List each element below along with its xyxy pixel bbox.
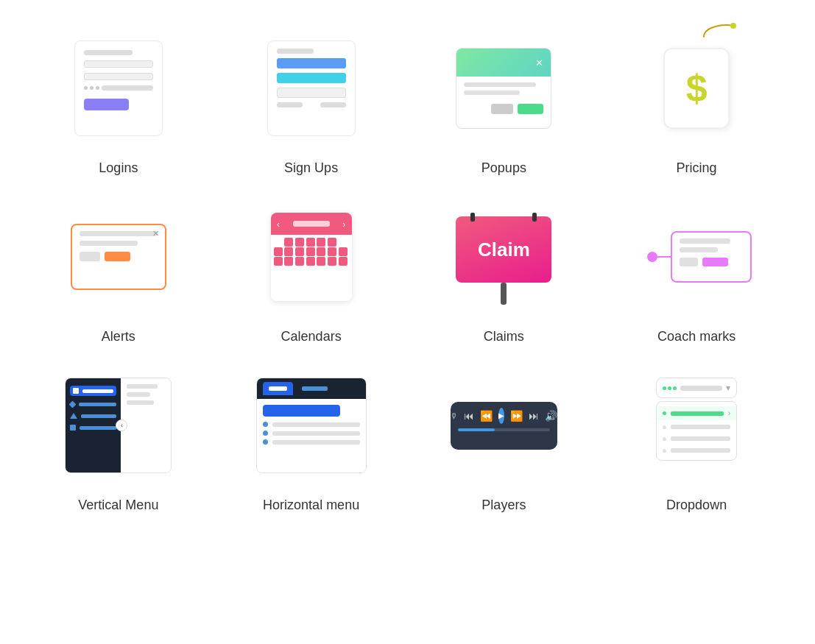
popups-label: Popups [481, 160, 526, 176]
card-popups[interactable]: ✕ Popups [415, 29, 593, 176]
calendars-icon: ‹ › [253, 198, 370, 316]
coach-dot [647, 252, 657, 262]
calendars-label: Calendars [281, 329, 342, 344]
signups-label: Sign Ups [284, 160, 338, 176]
dd-item-arrow-icon: › [728, 409, 730, 417]
card-logins[interactable]: Logins [29, 29, 208, 176]
coach-marks-icon [638, 198, 755, 316]
vertical-menu-label: Vertical Menu [78, 498, 158, 513]
category-grid: Logins Sign Ups [15, 15, 800, 528]
vol-icon: 🔊 [545, 410, 557, 422]
card-claims[interactable]: Claim Claims [415, 198, 593, 344]
pricing-icon: $ [638, 29, 755, 147]
card-pricing[interactable]: $ Pricing [607, 29, 786, 176]
card-players[interactable]: 🎙 ⏮ ⏪ ▶ ⏩ ⏭ 🔊 Players [415, 367, 593, 513]
rew-icon: ⏪ [480, 410, 493, 422]
vertical-menu-icon: ‹ [60, 367, 177, 484]
claims-icon: Claim [445, 198, 562, 316]
horizontal-menu-icon [253, 367, 370, 484]
fwd-icon: ⏩ [510, 410, 523, 422]
logins-icon [60, 29, 177, 147]
players-label: Players [481, 498, 526, 513]
alerts-label: Alerts [102, 329, 135, 344]
next-icon: ⏭ [529, 410, 539, 422]
svg-point-0 [730, 23, 736, 29]
popup-close-icon: ✕ [535, 57, 543, 68]
alerts-icon: ✕ [60, 198, 177, 316]
card-horizontal-menu[interactable]: Horizontal menu [222, 367, 401, 513]
play-btn[interactable]: ▶ [498, 408, 504, 424]
coach-marks-label: Coach marks [657, 329, 735, 344]
dropdown-icon: ▾ › [638, 367, 755, 484]
signups-icon [253, 29, 370, 147]
prev-icon: ⏮ [464, 410, 474, 422]
claims-label: Claims [484, 329, 524, 344]
cal-next-icon: › [342, 219, 345, 230]
popups-icon: ✕ [445, 29, 562, 147]
card-vertical-menu[interactable]: ‹ Vertical Menu [29, 367, 208, 513]
logins-label: Logins [99, 160, 138, 176]
dropdown-arrow-icon: ▾ [726, 383, 730, 393]
players-icon: 🎙 ⏮ ⏪ ▶ ⏩ ⏭ 🔊 [445, 367, 562, 484]
card-alerts[interactable]: ✕ Alerts [29, 198, 208, 344]
vmenu-toggle-btn[interactable]: ‹ [116, 420, 127, 431]
pricing-label: Pricing [677, 160, 717, 176]
horizontal-menu-label: Horizontal menu [263, 498, 359, 513]
card-coach-marks[interactable]: Coach marks [607, 198, 786, 344]
card-calendars[interactable]: ‹ › [222, 198, 401, 344]
mic-icon: 🎙 [450, 411, 458, 420]
cal-prev-icon: ‹ [277, 219, 280, 230]
alerts-close-icon: ✕ [152, 229, 159, 238]
card-signups[interactable]: Sign Ups [222, 29, 401, 176]
card-dropdown[interactable]: ▾ › [607, 367, 786, 513]
dropdown-label: Dropdown [666, 498, 727, 513]
